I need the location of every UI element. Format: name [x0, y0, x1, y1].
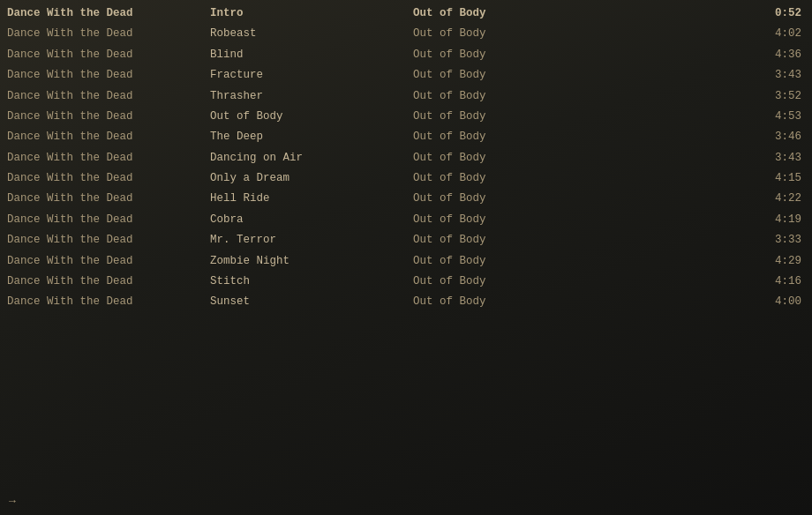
track-artist: Dance With the Dead: [7, 150, 210, 167]
track-time: 4:16: [590, 273, 805, 290]
track-artist: Dance With the Dead: [7, 67, 210, 84]
track-album: Out of Body: [413, 150, 590, 167]
track-album: Out of Body: [413, 212, 590, 228]
table-row[interactable]: Dance With the DeadHell RideOut of Body4…: [0, 189, 812, 209]
track-time: 3:52: [590, 88, 805, 105]
table-row[interactable]: Dance With the DeadOut of BodyOut of Bod…: [0, 107, 812, 127]
track-time: 4:15: [590, 170, 805, 187]
bottom-arrow: →: [9, 495, 16, 508]
table-row[interactable]: Dance With the DeadThrasherOut of Body3:…: [0, 86, 812, 107]
track-artist: Dance With the Dead: [7, 190, 210, 207]
track-time: 3:43: [590, 67, 805, 84]
track-album: Out of Body: [413, 108, 590, 125]
track-album: Out of Body: [413, 26, 590, 42]
track-album: Out of Body: [413, 253, 590, 270]
track-title: Only a Dream: [210, 170, 413, 187]
track-list: Dance With the Dead Intro Out of Body 0:…: [0, 0, 812, 313]
track-album: Out of Body: [413, 129, 590, 146]
track-title: Thrasher: [210, 88, 413, 105]
track-artist: Dance With the Dead: [7, 294, 210, 310]
track-title: Sunset: [210, 294, 413, 310]
track-artist: Dance With the Dead: [7, 253, 210, 270]
track-album: Out of Body: [413, 273, 590, 290]
track-artist: Dance With the Dead: [7, 232, 210, 249]
table-row[interactable]: Dance With the DeadMr. TerrorOut of Body…: [0, 230, 812, 250]
track-album: Out of Body: [413, 190, 590, 207]
track-album: Out of Body: [413, 88, 590, 105]
table-row[interactable]: Dance With the DeadFractureOut of Body3:…: [0, 65, 812, 86]
track-artist: Dance With the Dead: [7, 129, 210, 146]
track-time: 4:02: [590, 26, 805, 42]
track-time: 4:29: [590, 253, 805, 270]
track-album: Out of Body: [413, 232, 590, 249]
track-artist: Dance With the Dead: [7, 88, 210, 105]
header-album: Out of Body: [413, 5, 590, 22]
track-artist: Dance With the Dead: [7, 108, 210, 125]
track-artist: Dance With the Dead: [7, 273, 210, 290]
track-artist: Dance With the Dead: [7, 47, 210, 63]
track-time: 4:00: [590, 294, 805, 310]
track-artist: Dance With the Dead: [7, 170, 210, 187]
track-title: Cobra: [210, 212, 413, 228]
track-title: Robeast: [210, 26, 413, 42]
track-album: Out of Body: [413, 67, 590, 84]
track-title: The Deep: [210, 129, 413, 146]
track-artist: Dance With the Dead: [7, 212, 210, 228]
track-time: 3:43: [590, 150, 805, 167]
table-row[interactable]: Dance With the DeadZombie NightOut of Bo…: [0, 251, 812, 272]
header-time: 0:52: [590, 5, 805, 22]
header-artist: Dance With the Dead: [7, 5, 210, 22]
track-time: 3:33: [590, 232, 805, 249]
track-title: Fracture: [210, 67, 413, 84]
table-row[interactable]: Dance With the DeadBlindOut of Body4:36: [0, 45, 812, 65]
header-title: Intro: [210, 5, 413, 22]
track-time: 4:22: [590, 190, 805, 207]
track-album: Out of Body: [413, 47, 590, 63]
table-row[interactable]: Dance With the DeadRobeastOut of Body4:0…: [0, 24, 812, 44]
track-album: Out of Body: [413, 294, 590, 310]
track-artist: Dance With the Dead: [7, 26, 210, 42]
table-row[interactable]: Dance With the DeadOnly a DreamOut of Bo…: [0, 168, 812, 189]
table-row[interactable]: Dance With the DeadThe DeepOut of Body3:…: [0, 127, 812, 147]
table-row[interactable]: Dance With the DeadCobraOut of Body4:19: [0, 210, 812, 230]
track-title: Hell Ride: [210, 190, 413, 207]
track-title: Out of Body: [210, 108, 413, 125]
track-time: 3:46: [590, 129, 805, 146]
track-time: 4:36: [590, 47, 805, 63]
track-title: Stitch: [210, 273, 413, 290]
track-album: Out of Body: [413, 170, 590, 187]
track-list-header: Dance With the Dead Intro Out of Body 0:…: [0, 4, 812, 24]
track-time: 4:19: [590, 212, 805, 228]
track-title: Zombie Night: [210, 253, 413, 270]
track-time: 4:53: [590, 108, 805, 125]
track-title: Dancing on Air: [210, 150, 413, 167]
table-row[interactable]: Dance With the DeadDancing on AirOut of …: [0, 148, 812, 168]
track-title: Mr. Terror: [210, 232, 413, 249]
table-row[interactable]: Dance With the DeadStitchOut of Body4:16: [0, 272, 812, 292]
table-row[interactable]: Dance With the DeadSunsetOut of Body4:00: [0, 292, 812, 312]
track-title: Blind: [210, 47, 413, 63]
